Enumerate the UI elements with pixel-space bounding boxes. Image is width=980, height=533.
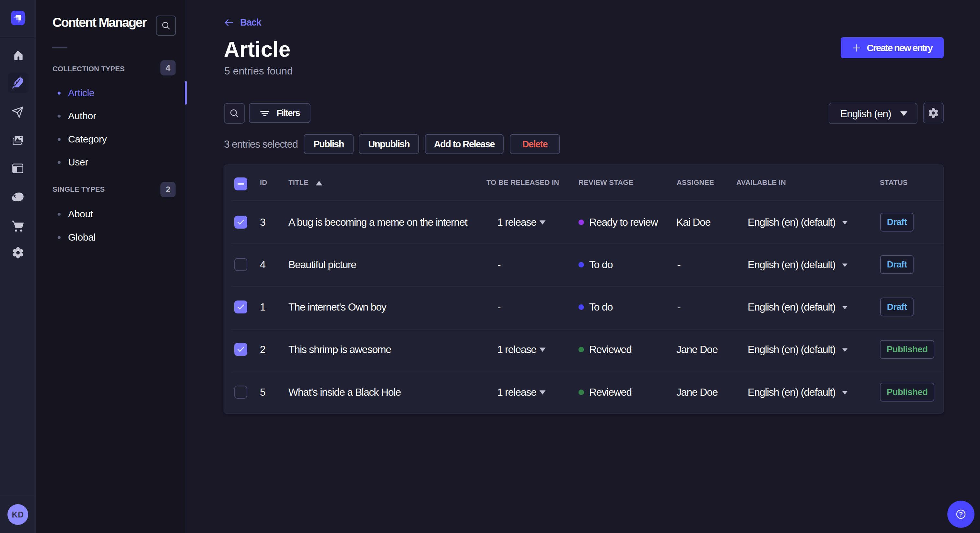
svg-text:?: ?	[959, 510, 963, 518]
